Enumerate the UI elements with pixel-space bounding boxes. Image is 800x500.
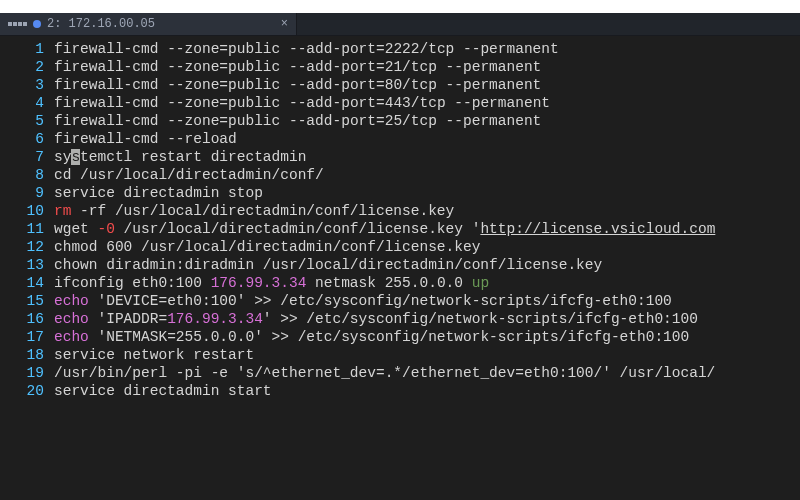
code-line[interactable]: cd /usr/local/directadmin/conf/ — [54, 166, 800, 184]
code-token: -e — [211, 365, 228, 381]
code-token: firewall-cmd — [54, 59, 167, 75]
code-token: firewall-cmd — [54, 77, 167, 93]
code-token: --add-port — [289, 59, 376, 75]
code-token: /usr/local/directadmin/conf/license.key … — [115, 221, 480, 237]
line-number: 11 — [0, 220, 44, 238]
code-token: =public — [219, 77, 289, 93]
code-line[interactable]: chmod 600 /usr/local/directadmin/conf/li… — [54, 238, 800, 256]
code-line[interactable]: echo 'NETMASK=255.0.0.0' >> /etc/sysconf… — [54, 328, 800, 346]
line-number: 9 — [0, 184, 44, 202]
code-token: =2222/tcp — [376, 41, 463, 57]
code-line[interactable]: firewall-cmd --reload — [54, 130, 800, 148]
code-token: --permanent — [446, 113, 542, 129]
code-line[interactable]: firewall-cmd --zone=public --add-port=21… — [54, 58, 800, 76]
code-token: echo — [54, 293, 89, 309]
code-line[interactable]: chown diradmin:diradmin /usr/local/direc… — [54, 256, 800, 274]
code-token: cd /usr/local/directadmin/conf/ — [54, 167, 324, 183]
code-token: --add-port — [289, 77, 376, 93]
code-content[interactable]: firewall-cmd --zone=public --add-port=22… — [50, 36, 800, 500]
line-number: 18 — [0, 346, 44, 364]
code-token: echo — [54, 311, 89, 327]
browser-chrome-strip — [0, 0, 800, 13]
code-token: netmask 255.0.0.0 — [306, 275, 471, 291]
code-token: --add-port — [289, 95, 376, 111]
code-token: =80/tcp — [376, 77, 446, 93]
code-token: --zone — [167, 59, 219, 75]
code-line[interactable]: firewall-cmd --zone=public --add-port=22… — [54, 40, 800, 58]
code-line[interactable]: ifconfig eth0:100 176.99.3.34 netmask 25… — [54, 274, 800, 292]
line-number: 8 — [0, 166, 44, 184]
line-number: 10 — [0, 202, 44, 220]
code-token: --add-port — [289, 41, 376, 57]
tab-close-icon[interactable]: × — [281, 15, 288, 33]
code-token: ' >> /etc/sysconfig/network-scripts/ifcf… — [263, 311, 698, 327]
line-number: 4 — [0, 94, 44, 112]
code-line[interactable]: service directadmin stop — [54, 184, 800, 202]
code-line[interactable]: wget -0 /usr/local/directadmin/conf/lice… — [54, 220, 800, 238]
code-token: =public — [219, 95, 289, 111]
code-token: --reload — [167, 131, 237, 147]
tab-grip-icon — [8, 22, 27, 26]
code-line[interactable]: firewall-cmd --zone=public --add-port=44… — [54, 94, 800, 112]
code-token: 'IPADDR= — [89, 311, 167, 327]
code-token: 'NETMASK=255.0.0.0' >> /etc/sysconfig/ne… — [89, 329, 689, 345]
code-token: -rf — [80, 203, 106, 219]
line-number: 14 — [0, 274, 44, 292]
code-token: --permanent — [446, 59, 542, 75]
code-line[interactable]: systemctl restart directadmin — [54, 148, 800, 166]
line-number: 15 — [0, 292, 44, 310]
code-token: -pi — [176, 365, 202, 381]
line-number: 19 — [0, 364, 44, 382]
code-token: =public — [219, 41, 289, 57]
code-line[interactable]: echo 'DEVICE=eth0:100' >> /etc/sysconfig… — [54, 292, 800, 310]
line-number: 17 — [0, 328, 44, 346]
code-token: up — [472, 275, 489, 291]
code-token: =21/tcp — [376, 59, 446, 75]
editor-area[interactable]: 1234567891011121314151617181920 firewall… — [0, 36, 800, 500]
code-line[interactable]: echo 'IPADDR=176.99.3.34' >> /etc/syscon… — [54, 310, 800, 328]
line-number: 16 — [0, 310, 44, 328]
code-token: temctl restart directadmin — [80, 149, 306, 165]
code-token: --zone — [167, 95, 219, 111]
code-token: chown diradmin:diradmin /usr/local/direc… — [54, 257, 602, 273]
code-token: chmod 600 /usr/local/directadmin/conf/li… — [54, 239, 480, 255]
code-line[interactable]: /usr/bin/perl -pi -e 's/^ethernet_dev=.*… — [54, 364, 800, 382]
code-token: 's/^ethernet_dev=.*/ethernet_dev=eth0:10… — [228, 365, 715, 381]
editor-tab-active[interactable]: 2: 172.16.00.05 × — [0, 13, 297, 35]
code-token: =443/tcp — [376, 95, 454, 111]
code-token: service network restart — [54, 347, 254, 363]
code-token: =25/tcp — [376, 113, 446, 129]
line-number: 7 — [0, 148, 44, 166]
line-number: 1 — [0, 40, 44, 58]
code-token: -0 — [98, 221, 115, 237]
code-token: --add-port — [289, 113, 376, 129]
code-token: /usr/local/directadmin/conf/license.key — [106, 203, 454, 219]
code-token: 176.99.3.34 — [211, 275, 307, 291]
line-number: 12 — [0, 238, 44, 256]
code-token: =public — [219, 113, 289, 129]
code-line[interactable]: service network restart — [54, 346, 800, 364]
text-cursor: s — [71, 149, 80, 165]
code-token: firewall-cmd — [54, 113, 167, 129]
code-token: --permanent — [446, 77, 542, 93]
code-token: --permanent — [454, 95, 550, 111]
code-line[interactable]: service directadmin start — [54, 382, 800, 400]
code-token: firewall-cmd — [54, 131, 167, 147]
code-token: /usr/bin/perl — [54, 365, 176, 381]
code-token: --zone — [167, 77, 219, 93]
code-token: sy — [54, 149, 71, 165]
code-line[interactable]: firewall-cmd --zone=public --add-port=80… — [54, 76, 800, 94]
code-token: firewall-cmd — [54, 95, 167, 111]
tab-status-dot-icon — [33, 20, 41, 28]
code-line[interactable]: firewall-cmd --zone=public --add-port=25… — [54, 112, 800, 130]
code-token — [202, 365, 211, 381]
code-token: ifconfig eth0:100 — [54, 275, 211, 291]
line-number: 13 — [0, 256, 44, 274]
line-number: 20 — [0, 382, 44, 400]
code-token: service directadmin stop — [54, 185, 263, 201]
code-token: http://license.vsicloud.com — [480, 221, 715, 237]
code-token: 'DEVICE=eth0:100' >> /etc/sysconfig/netw… — [89, 293, 672, 309]
code-line[interactable]: rm -rf /usr/local/directadmin/conf/licen… — [54, 202, 800, 220]
code-token: firewall-cmd — [54, 41, 167, 57]
code-token: =public — [219, 59, 289, 75]
